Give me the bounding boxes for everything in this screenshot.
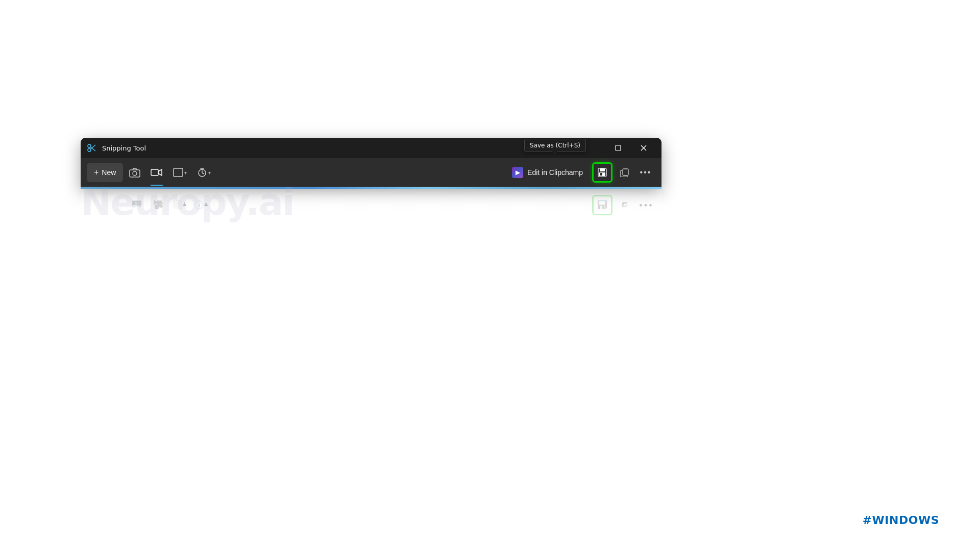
maximize-button[interactable]	[606, 140, 630, 156]
svg-point-8	[133, 171, 137, 176]
timer-button[interactable]: ▾	[193, 163, 215, 182]
save-icon	[598, 168, 607, 177]
window-reflection: + New 📷 🎥 ⬜▾ 🕐▾ ▶ Edit in Clipchamp 💾 ⧉ …	[81, 189, 662, 230]
app-window: Snipping Tool Save as (Ctrl+S)	[81, 138, 662, 230]
more-options-button[interactable]: •••	[636, 163, 655, 182]
svg-rect-17	[600, 173, 602, 176]
clipchamp-icon: ▶	[512, 167, 523, 178]
svg-point-1	[88, 144, 91, 147]
copy-button[interactable]	[615, 163, 634, 182]
window-controls	[606, 140, 655, 156]
title-bar-left: Snipping Tool	[87, 143, 146, 153]
toolbar: Save as (Ctrl+S) + New	[81, 158, 662, 187]
rectangle-icon	[173, 168, 183, 177]
svg-rect-9	[151, 169, 158, 176]
app-icon	[87, 143, 97, 153]
svg-rect-4	[616, 145, 621, 151]
close-button[interactable]	[632, 140, 655, 156]
copy-icon	[620, 168, 629, 177]
video-icon	[151, 168, 163, 177]
save-tooltip: Save as (Ctrl+S)	[524, 139, 586, 152]
screenshot-button[interactable]	[125, 163, 144, 182]
svg-line-13	[202, 173, 204, 174]
new-label: New	[102, 168, 116, 177]
svg-rect-15	[600, 168, 605, 171]
hashtag-label: #WINDOWS	[863, 514, 939, 527]
edit-clipchamp-button[interactable]: ▶ Edit in Clipchamp	[505, 163, 590, 182]
plus-icon: +	[94, 168, 99, 177]
new-button[interactable]: + New	[87, 163, 123, 182]
window-frame: Snipping Tool Save as (Ctrl+S)	[81, 138, 662, 189]
edit-clipchamp-label: Edit in Clipchamp	[527, 168, 583, 177]
camera-icon	[129, 167, 140, 178]
svg-rect-7	[130, 170, 140, 177]
svg-rect-10	[174, 168, 183, 177]
clock-icon	[197, 167, 207, 178]
svg-line-2	[91, 145, 96, 149]
record-button[interactable]	[146, 163, 167, 182]
app-title: Snipping Tool	[102, 144, 146, 152]
shape-dropdown-arrow: ▾	[184, 170, 187, 176]
svg-point-0	[88, 148, 91, 152]
shape-selector-button[interactable]: ▾	[169, 163, 191, 182]
ellipsis-icon: •••	[640, 168, 652, 177]
timer-dropdown-arrow: ▾	[208, 170, 211, 176]
save-button[interactable]	[592, 162, 612, 183]
svg-rect-18	[623, 169, 628, 176]
svg-line-3	[91, 147, 96, 151]
